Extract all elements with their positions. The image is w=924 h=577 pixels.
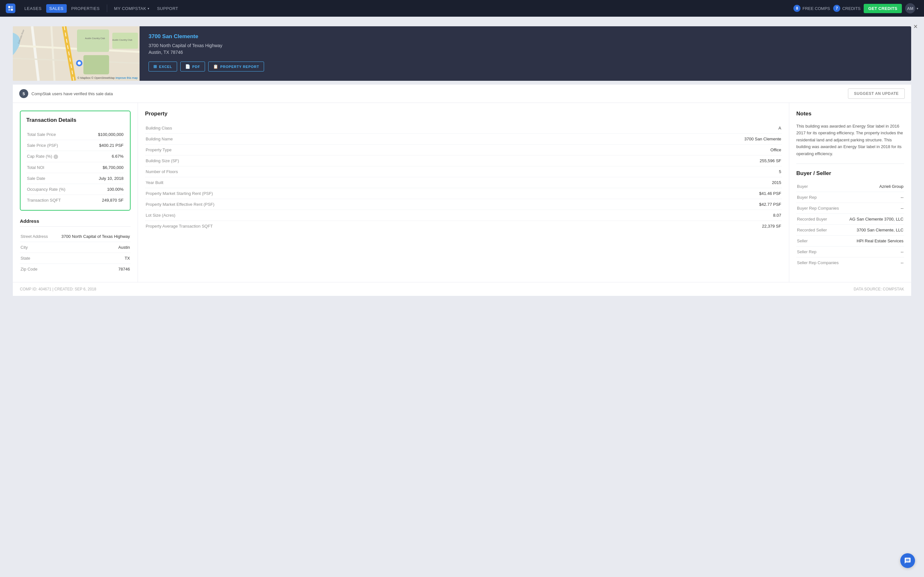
transaction-row: Transaction SQFT 249,870 SF — [26, 195, 124, 205]
middle-column: Property Building ClassABuilding Name370… — [138, 103, 789, 282]
user-menu[interactable]: AM ▾ — [905, 3, 918, 13]
address-row: Zip Code78746 — [20, 263, 131, 274]
address-title: Address — [20, 218, 131, 227]
svg-point-12 — [78, 61, 81, 65]
credits-label: CREDITS — [842, 6, 861, 11]
page-content: × Colorado Rive — [0, 17, 924, 309]
transaction-row: Sale Date July 10, 2018 — [26, 173, 124, 184]
page-footer: COMP ID: 404671 | CREATED: SEP 6, 2018 D… — [13, 282, 911, 296]
chevron-down-icon: ▾ — [148, 7, 150, 10]
property-row: Property Market Starting Rent (PSF)$41.4… — [145, 188, 782, 199]
address-row: StateTX — [20, 253, 131, 263]
property-row: Property Average Transaction SQFT22,379 … — [145, 221, 782, 232]
svg-rect-3 — [11, 9, 13, 11]
address-row: CityAustin — [20, 242, 131, 253]
svg-rect-5 — [77, 29, 109, 52]
buyer-seller-row: Buyer Rep-- — [796, 192, 904, 203]
verified-text: CompStak users have verified this sale d… — [31, 91, 113, 96]
svg-rect-6 — [83, 55, 109, 74]
pdf-icon: 📄 — [185, 64, 191, 69]
user-chevron-icon: ▾ — [917, 7, 918, 10]
nav-properties[interactable]: PROPERTIES — [68, 4, 103, 13]
property-address: 3700 North Capital of Texas Highway Aust… — [149, 42, 902, 56]
notes-title: Notes — [796, 111, 904, 117]
buyer-seller-row: SellerHPI Real Estate Services — [796, 235, 904, 247]
transaction-row: Total Sale Price $100,000,000 — [26, 129, 124, 140]
map-area: Colorado River Austin Country Club Austi… — [13, 26, 140, 81]
close-button[interactable]: × — [913, 23, 918, 30]
transaction-title: Transaction Details — [26, 117, 124, 123]
buyer-seller-table: BuyerAzrieli GroupBuyer Rep--Buyer Rep C… — [796, 181, 904, 268]
property-info: 3700 San Clemente 3700 North Capital of … — [140, 26, 911, 81]
transaction-row: Sale Price (PSF) $400.21 PSF — [26, 140, 124, 151]
property-section-title: Property — [145, 111, 782, 117]
nav-divider — [107, 5, 107, 12]
report-icon: 📋 — [213, 64, 218, 69]
property-report-button[interactable]: 📋 PROPERTY REPORT — [208, 61, 264, 71]
property-name: 3700 San Clemente — [149, 33, 902, 40]
footer-data-source: DATA SOURCE: COMPSTAK — [854, 287, 904, 292]
free-comps-button[interactable]: 8 FREE COMPS — [793, 5, 830, 12]
main-grid: Transaction Details Total Sale Price $10… — [13, 103, 911, 282]
property-actions: ⊞ EXCEL 📄 PDF 📋 PROPERTY REPORT — [149, 61, 902, 71]
address-section: Address Street Address3700 North Capital… — [20, 218, 131, 274]
property-row: Number of Floors5 — [145, 166, 782, 177]
property-row: Lot Size (Acres)8.07 — [145, 210, 782, 221]
nav-my-compstak[interactable]: MY COMPSTAK ▾ — [111, 4, 153, 13]
transaction-details-box: Transaction Details Total Sale Price $10… — [20, 111, 131, 211]
footer-comp-id: COMP ID: 404671 | CREATED: SEP 6, 2018 — [20, 287, 96, 292]
nav-links: LEASES SALES PROPERTIES MY COMPSTAK ▾ SU… — [21, 4, 182, 13]
buyer-seller-row: Seller Rep Companies-- — [796, 258, 904, 268]
address-row: Street Address3700 North Capital of Texa… — [20, 231, 131, 242]
free-comps-label: FREE COMPS — [803, 6, 830, 11]
property-row: Building Size (SF)255,596 SF — [145, 155, 782, 166]
pdf-button[interactable]: 📄 PDF — [180, 61, 205, 71]
transaction-row: Cap Rate (%)i 6.67% — [26, 151, 124, 162]
chat-button[interactable] — [900, 553, 915, 568]
buyer-seller-row: Recorded BuyerAG San Clemente 3700, LLC — [796, 214, 904, 225]
buyer-seller-row: Recorded Seller3700 San Clemente, LLC — [796, 225, 904, 235]
map-attribution: © Mapbox © OpenStreetMap Improve this ma… — [78, 76, 137, 79]
get-credits-button[interactable]: GET CREDITS — [864, 4, 902, 13]
free-comps-count: 8 — [793, 5, 800, 12]
right-column: Notes This building was awarded an Energ… — [789, 103, 911, 282]
notes-text: This building was awarded an Energy Star… — [796, 123, 904, 164]
nav-support[interactable]: SUPPORT — [153, 4, 181, 13]
svg-text:Austin Country Club: Austin Country Club — [112, 39, 132, 41]
nav-right: 8 FREE COMPS 7 CREDITS GET CREDITS AM ▾ — [793, 3, 918, 13]
credits-button[interactable]: 7 CREDITS — [833, 5, 861, 12]
navbar: LEASES SALES PROPERTIES MY COMPSTAK ▾ SU… — [0, 0, 924, 17]
verified-left: 5 CompStak users have verified this sale… — [19, 89, 113, 98]
property-row: Building ClassA — [145, 123, 782, 134]
property-row: Year Built2015 — [145, 177, 782, 188]
buyer-seller-row: BuyerAzrieli Group — [796, 181, 904, 192]
info-icon[interactable]: i — [53, 155, 58, 159]
buyer-seller-title: Buyer / Seller — [796, 170, 904, 177]
nav-sales[interactable]: SALES — [46, 4, 67, 13]
property-row: Building Name3700 San Clemente — [145, 134, 782, 145]
excel-button[interactable]: ⊞ EXCEL — [149, 61, 177, 71]
svg-rect-2 — [8, 9, 10, 11]
svg-text:Austin Country Club: Austin Country Club — [85, 37, 105, 40]
logo[interactable] — [6, 3, 15, 13]
suggest-update-button[interactable]: SUGGEST AN UPDATE — [848, 89, 905, 99]
buyer-seller-row: Buyer Rep Companies-- — [796, 203, 904, 214]
transaction-row: Total NOI $6,700,000 — [26, 162, 124, 173]
property-table: Building ClassABuilding Name3700 San Cle… — [145, 123, 782, 231]
nav-leases[interactable]: LEASES — [21, 4, 45, 13]
buyer-seller-row: Seller Rep-- — [796, 247, 904, 258]
left-column: Transaction Details Total Sale Price $10… — [13, 103, 138, 282]
property-header: Colorado River Austin Country Club Austi… — [13, 26, 911, 81]
excel-icon: ⊞ — [153, 64, 157, 69]
svg-rect-0 — [8, 6, 10, 8]
credits-count: 7 — [833, 5, 840, 12]
avatar: AM — [905, 3, 915, 13]
property-row: Property TypeOffice — [145, 145, 782, 155]
transaction-row: Occupancy Rate (%) 100.00% — [26, 184, 124, 195]
svg-rect-1 — [11, 6, 13, 8]
transaction-table: Total Sale Price $100,000,000 Sale Price… — [26, 129, 124, 205]
address-table: Street Address3700 North Capital of Texa… — [20, 231, 131, 274]
verified-bar: 5 CompStak users have verified this sale… — [13, 85, 911, 103]
property-row: Property Market Effective Rent (PSF)$42.… — [145, 199, 782, 210]
verified-count: 5 — [19, 89, 28, 98]
